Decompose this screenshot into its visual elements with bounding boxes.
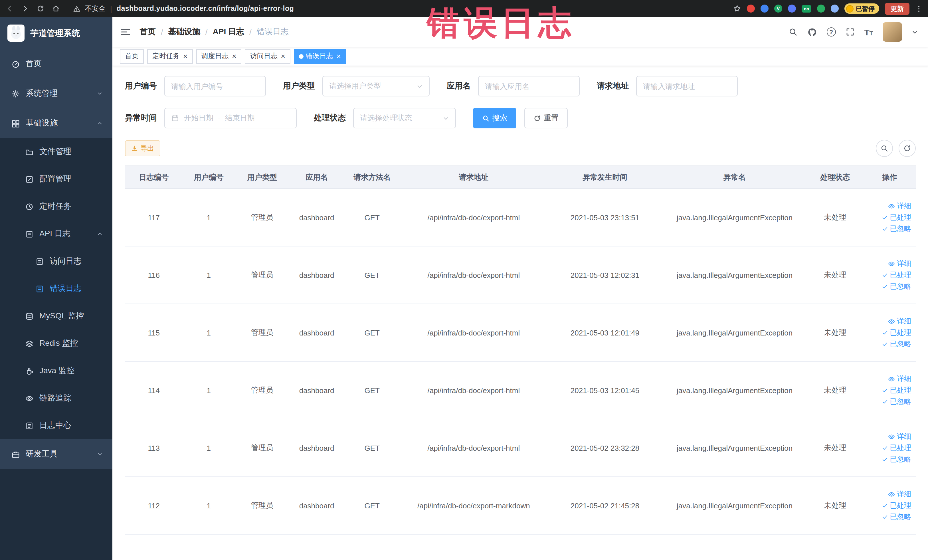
filter-request-url: 请求地址 bbox=[597, 76, 738, 96]
reset-button[interactable]: 重置 bbox=[524, 108, 568, 128]
check-icon bbox=[881, 214, 888, 221]
close-icon[interactable]: × bbox=[281, 52, 285, 60]
table-toolbar: 导出 bbox=[125, 140, 916, 157]
row-action-detail[interactable]: 详细 bbox=[888, 316, 911, 326]
back-icon[interactable] bbox=[6, 5, 14, 12]
sidebar-item-log-center[interactable]: 日志中心 bbox=[0, 412, 112, 439]
date-range-picker[interactable]: 开始日期 - 结束日期 bbox=[164, 108, 297, 128]
help-icon[interactable]: ? bbox=[826, 27, 836, 37]
sidebar-item-trace[interactable]: 链路追踪 bbox=[0, 385, 112, 412]
close-icon[interactable]: × bbox=[183, 52, 188, 60]
cell-url: /api/infra/db-doc/export-html bbox=[400, 304, 548, 362]
extension-icon[interactable]: V bbox=[774, 5, 782, 12]
row-action-detail[interactable]: 详细 bbox=[888, 374, 911, 384]
sidebar-item-access-log[interactable]: 访问日志 bbox=[0, 248, 112, 275]
tab-job[interactable]: 定时任务× bbox=[147, 49, 192, 64]
filter-user-type: 用户类型 请选择用户类型 bbox=[283, 76, 430, 96]
font-size-icon[interactable]: TT bbox=[864, 27, 873, 36]
extension-icon[interactable] bbox=[788, 5, 796, 12]
tab-job-log[interactable]: 调度日志× bbox=[196, 49, 241, 64]
star-icon[interactable] bbox=[733, 5, 741, 12]
extension-icon[interactable] bbox=[817, 5, 825, 12]
row-action-ignored[interactable]: 已忽略 bbox=[881, 397, 911, 406]
row-action-processed[interactable]: 已处理 bbox=[881, 443, 911, 453]
sidebar-item-job[interactable]: 定时任务 bbox=[0, 193, 112, 220]
chevron-down-icon bbox=[96, 90, 103, 97]
sidebar-collapse-icon[interactable] bbox=[121, 27, 131, 37]
cell-user-type: 管理员 bbox=[235, 246, 289, 304]
column-header: 用户类型 bbox=[235, 166, 289, 189]
sidebar-item-mysql[interactable]: MySQL 监控 bbox=[0, 302, 112, 330]
gear-icon bbox=[11, 89, 20, 98]
cell-actions: 详细已处理已忽略 bbox=[864, 477, 916, 534]
check-icon bbox=[881, 387, 888, 394]
browser-menu-icon[interactable] bbox=[915, 5, 923, 12]
extension-icon[interactable] bbox=[831, 5, 839, 12]
row-action-ignored[interactable]: 已忽略 bbox=[881, 512, 911, 522]
fullscreen-icon[interactable] bbox=[845, 27, 855, 37]
breadcrumb-item[interactable]: 基础设施 bbox=[168, 27, 200, 37]
breadcrumb-item[interactable]: 首页 bbox=[140, 27, 156, 37]
cell-actions: 详细已处理已忽略 bbox=[864, 304, 916, 362]
caret-down-icon[interactable] bbox=[912, 29, 918, 35]
sidebar-item-error-log[interactable]: 错误日志 bbox=[0, 275, 112, 302]
sidebar-item-file[interactable]: 文件管理 bbox=[0, 138, 112, 165]
user-id-input[interactable] bbox=[164, 76, 266, 96]
sidebar-item-system[interactable]: 系统管理 bbox=[0, 79, 112, 108]
toggle-search-button[interactable] bbox=[876, 140, 893, 157]
row-action-processed[interactable]: 已处理 bbox=[881, 500, 911, 510]
github-icon[interactable] bbox=[807, 27, 817, 37]
check-icon bbox=[881, 444, 888, 451]
row-action-processed[interactable]: 已处理 bbox=[881, 212, 911, 222]
reload-icon[interactable] bbox=[37, 5, 44, 12]
breadcrumb-item[interactable]: API 日志 bbox=[213, 27, 244, 37]
tab-home[interactable]: 首页 bbox=[120, 49, 144, 64]
tab-access-log[interactable]: 访问日志× bbox=[245, 49, 290, 64]
request-url-input[interactable] bbox=[636, 76, 738, 96]
filter-label: 请求地址 bbox=[597, 81, 629, 91]
row-action-processed[interactable]: 已处理 bbox=[881, 385, 911, 395]
close-icon[interactable]: × bbox=[232, 52, 236, 60]
row-action-detail[interactable]: 详细 bbox=[888, 432, 911, 441]
doc-edit-icon bbox=[35, 257, 44, 266]
cell-app: dashboard bbox=[290, 189, 344, 246]
sidebar-item-devtools[interactable]: 研发工具 bbox=[0, 439, 112, 469]
row-action-ignored[interactable]: 已忽略 bbox=[881, 282, 911, 291]
row-action-detail[interactable]: 详细 bbox=[888, 201, 911, 211]
sidebar-item-redis[interactable]: Redis 监控 bbox=[0, 330, 112, 357]
row-action-ignored[interactable]: 已忽略 bbox=[881, 224, 911, 233]
app-name-input[interactable] bbox=[478, 76, 580, 96]
process-status-select[interactable]: 请选择处理状态 bbox=[353, 108, 456, 128]
filter-label: 用户类型 bbox=[283, 81, 315, 91]
paused-badge[interactable]: 已暂停 bbox=[844, 3, 879, 14]
search-icon[interactable] bbox=[788, 27, 797, 37]
sidebar-item-config[interactable]: 配置管理 bbox=[0, 165, 112, 193]
user-type-select[interactable]: 请选择用户类型 bbox=[322, 76, 430, 96]
sidebar-item-java[interactable]: Java 监控 bbox=[0, 357, 112, 385]
avatar[interactable] bbox=[883, 22, 902, 42]
export-button[interactable]: 导出 bbox=[125, 140, 160, 156]
address-bar[interactable]: 不安全 | dashboard.yudao.iocoder.cn/infra/l… bbox=[73, 4, 726, 14]
forward-icon[interactable] bbox=[21, 5, 29, 12]
close-icon[interactable]: × bbox=[337, 52, 341, 60]
update-button[interactable]: 更新 bbox=[885, 3, 910, 15]
home-icon[interactable] bbox=[52, 5, 60, 12]
extension-icon[interactable] bbox=[747, 5, 755, 12]
refresh-table-button[interactable] bbox=[899, 140, 916, 157]
sidebar-item-infra[interactable]: 基础设施 bbox=[0, 108, 112, 138]
extension-icon[interactable] bbox=[760, 5, 769, 12]
column-header: 异常名 bbox=[663, 166, 807, 189]
search-button[interactable]: 搜索 bbox=[473, 108, 516, 128]
row-action-detail[interactable]: 详细 bbox=[888, 259, 911, 269]
app-logo[interactable]: 芋道管理系统 bbox=[0, 17, 112, 49]
sidebar-item-api-log[interactable]: API 日志 bbox=[0, 220, 112, 248]
sidebar: 芋道管理系统 首页系统管理基础设施文件管理配置管理定时任务API 日志访问日志错… bbox=[0, 17, 112, 560]
row-action-detail[interactable]: 详细 bbox=[888, 489, 911, 499]
extension-on-badge[interactable]: on bbox=[801, 5, 811, 12]
tab-error-log[interactable]: 错误日志× bbox=[294, 49, 346, 64]
row-action-ignored[interactable]: 已忽略 bbox=[881, 339, 911, 349]
row-action-ignored[interactable]: 已忽略 bbox=[881, 455, 911, 464]
row-action-processed[interactable]: 已处理 bbox=[881, 270, 911, 280]
row-action-processed[interactable]: 已处理 bbox=[881, 328, 911, 337]
sidebar-item-home[interactable]: 首页 bbox=[0, 49, 112, 79]
